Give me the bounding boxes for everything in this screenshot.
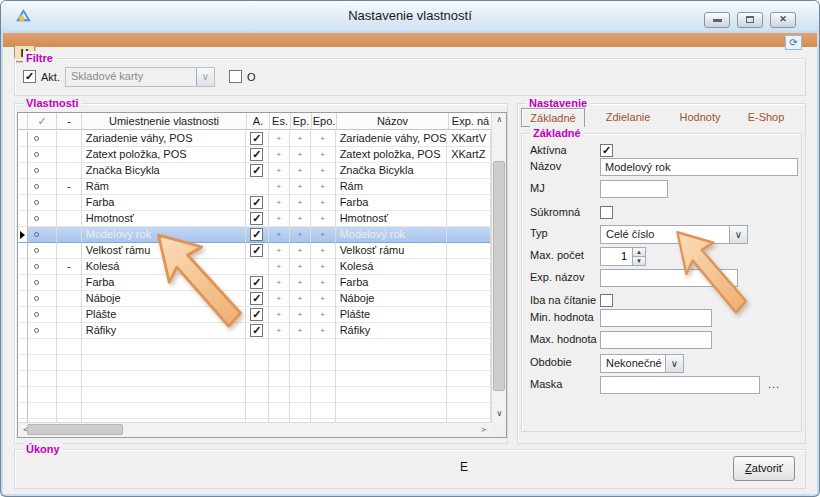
row-active-checkbox[interactable]: ✓: [250, 196, 263, 209]
grid-header-cell[interactable]: Es.: [270, 113, 291, 129]
vertical-scrollbar[interactable]: ∧ ∨: [491, 113, 506, 422]
field-input[interactable]: [600, 376, 760, 394]
chevron-down-icon[interactable]: ∨: [665, 355, 683, 372]
row-active-checkbox[interactable]: ✓: [250, 164, 263, 177]
umiestnenie-cell: Zariadenie váhy, POS: [82, 131, 246, 147]
dot-mark: +: [269, 211, 289, 226]
o-checkbox[interactable]: [229, 70, 242, 83]
grid-body[interactable]: Zariadenie váhy, POS✓+++Zariadenie váhy,…: [18, 131, 491, 422]
tab-hodnoty[interactable]: Hodnoty: [672, 108, 728, 127]
field-label: MJ: [530, 182, 545, 194]
exp-cell: [447, 163, 491, 179]
field-label: Maska: [530, 378, 562, 390]
grid-header-row[interactable]: ✓-Umiestnenie vlastnostiA.Es.Ep.Epo.Názo…: [18, 113, 493, 130]
nazov-cell: Značka Bicykla: [336, 163, 448, 179]
spinner-value: 1: [601, 250, 627, 262]
spinner-up-icon[interactable]: ▲: [633, 248, 645, 257]
maximize-button[interactable]: [737, 12, 763, 28]
tab-zdielanie[interactable]: Zdielanie: [597, 108, 659, 127]
akt-checkbox[interactable]: ✓: [23, 70, 36, 83]
umiestnenie-cell: Rám: [82, 179, 246, 195]
properties-grid[interactable]: ✓-Umiestnenie vlastnostiA.Es.Ep.Epo.Názo…: [17, 112, 507, 438]
table-row[interactable]: [18, 371, 491, 387]
row-active-checkbox[interactable]: ✓: [250, 212, 263, 225]
table-row[interactable]: Zariadenie váhy, POS✓+++Zariadenie váhy,…: [18, 131, 491, 147]
row-active-checkbox[interactable]: ✓: [250, 244, 263, 257]
table-row[interactable]: Značka Bicykla✓+++Značka Bicykla: [18, 163, 491, 179]
horizontal-scroll-thumb[interactable]: [27, 424, 123, 435]
table-row[interactable]: Farba✓+++Farba: [18, 195, 491, 211]
row-active-checkbox[interactable]: ✓: [250, 292, 263, 305]
properties-dialog: Nastavenie vlastností ✕ ⟳ H Filtre ✓ Akt…: [0, 0, 820, 497]
tab-zakladne[interactable]: Základné: [521, 108, 585, 127]
close-button[interactable]: Zatvoriť: [733, 456, 795, 481]
grid-header-cell[interactable]: ✓: [28, 113, 57, 129]
scroll-up-icon[interactable]: ∧: [492, 113, 507, 128]
table-row[interactable]: -Rám+++Rám: [18, 179, 491, 195]
table-row[interactable]: Ráfiky✓+++Ráfiky: [18, 323, 491, 339]
field-checkbox[interactable]: [600, 294, 613, 307]
scroll-right-icon[interactable]: >: [476, 423, 491, 437]
table-row[interactable]: Zatext položka, POS✓+++Zatext položka, P…: [18, 147, 491, 163]
row-active-checkbox[interactable]: ✓: [250, 148, 263, 161]
scroll-down-icon[interactable]: ∨: [492, 407, 507, 422]
table-row[interactable]: [18, 339, 491, 355]
filter-dropdown[interactable]: Skladové karty ∨: [65, 67, 215, 87]
chevron-down-icon[interactable]: ∨: [196, 68, 214, 86]
field-input[interactable]: [600, 180, 668, 198]
grid-header-cell[interactable]: Ep.: [291, 113, 312, 129]
field-label: Názov: [530, 160, 561, 172]
grid-header-corner[interactable]: [18, 113, 28, 129]
table-row[interactable]: Velkosť rámu✓+++Velkosť rámu: [18, 243, 491, 259]
grid-header-cell[interactable]: Názov: [337, 113, 449, 129]
spinner-down-icon[interactable]: ▼: [633, 257, 645, 266]
exp-cell: [447, 323, 491, 339]
row-active-checkbox[interactable]: ✓: [250, 132, 263, 145]
field-input[interactable]: [600, 331, 712, 349]
dot-mark: +: [269, 227, 289, 242]
row-active-checkbox[interactable]: ✓: [250, 276, 263, 289]
refresh-icon[interactable]: ⟳: [785, 35, 802, 50]
max-pocet-spinner[interactable]: 1▲▼: [600, 247, 646, 266]
tab-eshop[interactable]: E-Shop: [740, 108, 792, 127]
table-row[interactable]: [18, 355, 491, 371]
vertical-scroll-thumb[interactable]: [493, 161, 505, 391]
field-input[interactable]: [600, 309, 712, 327]
akt-checkbox-label: Akt.: [41, 71, 60, 83]
horizontal-scrollbar[interactable]: < >: [18, 422, 491, 437]
field-checkbox[interactable]: ✓: [600, 144, 613, 157]
chevron-down-icon[interactable]: ∨: [729, 226, 747, 243]
table-row[interactable]: [18, 403, 491, 419]
grid-header-cell[interactable]: Umiestnenie vlastnosti: [82, 113, 247, 129]
table-row[interactable]: Náboje✓+++Náboje: [18, 291, 491, 307]
dot-mark: +: [311, 259, 335, 274]
dot-mark: +: [311, 195, 335, 210]
field-dropdown[interactable]: Nekonečné∨: [600, 354, 684, 373]
grid-header-cell[interactable]: -: [57, 113, 82, 129]
grid-header-cell[interactable]: Exp. ná: [449, 113, 493, 129]
row-active-checkbox[interactable]: ✓: [250, 228, 263, 241]
dot-mark: +: [311, 275, 335, 290]
umiestnenie-cell: Značka Bicykla: [82, 163, 246, 179]
row-active-checkbox[interactable]: ✓: [250, 308, 263, 321]
close-window-button[interactable]: ✕: [770, 12, 796, 28]
table-row[interactable]: Plášte✓+++Plášte: [18, 307, 491, 323]
table-row[interactable]: Modelový rok✓+++Modelový rok: [18, 227, 491, 243]
grid-header-cell[interactable]: Epo.: [312, 113, 337, 129]
row-active-checkbox[interactable]: ✓: [250, 324, 263, 337]
minimize-button[interactable]: [704, 12, 730, 28]
table-row[interactable]: Hmotnosť✓+++Hmotnosť: [18, 211, 491, 227]
ellipsis-button[interactable]: ...: [768, 378, 780, 390]
table-row[interactable]: [18, 387, 491, 403]
field-checkbox[interactable]: [600, 206, 613, 219]
nazov-input[interactable]: Modelový rok: [600, 158, 798, 176]
umiestnenie-cell: Velkosť rámu: [82, 243, 246, 259]
table-row[interactable]: -Kolesá+++Kolesá: [18, 259, 491, 275]
field-input[interactable]: [600, 269, 738, 287]
table-row[interactable]: Farba✓+++Farba: [18, 275, 491, 291]
nazov-cell: Modelový rok: [336, 227, 448, 243]
typ-dropdown[interactable]: Celé číslo∨: [600, 225, 748, 244]
grid-header-cell[interactable]: A.: [247, 113, 270, 129]
actions-group-label: Úkony: [23, 442, 63, 456]
titlebar[interactable]: Nastavenie vlastností ✕: [1, 1, 819, 31]
